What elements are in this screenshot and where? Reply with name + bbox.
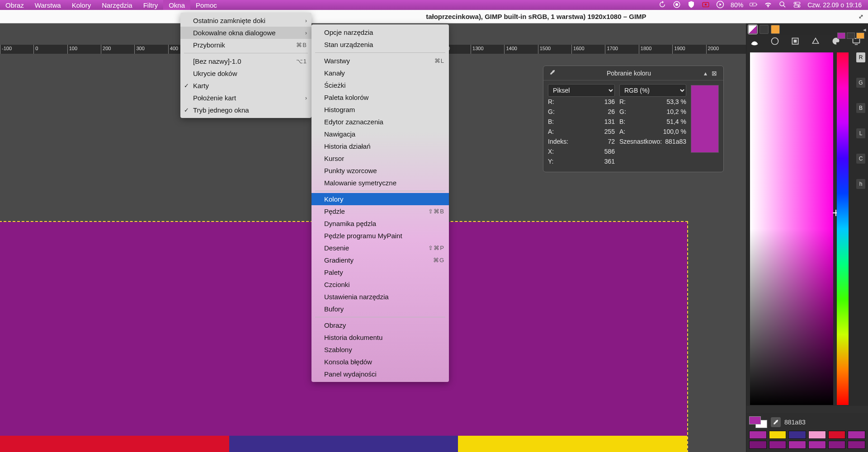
window-titlebar: *[Bez nazwy]-1.0 ( tałoprzecinkowa), GIM… xyxy=(0,10,868,24)
menu2-item[interactable]: Histogram xyxy=(311,104,449,116)
dock-tab-fgbg[interactable] xyxy=(748,25,757,34)
control-center-icon[interactable] xyxy=(793,0,801,10)
dock-tab-2[interactable] xyxy=(760,25,769,34)
dock-corner-tabs xyxy=(837,33,864,39)
recent-swatch[interactable] xyxy=(788,431,806,439)
menu-narzędzia[interactable]: Narzędzia xyxy=(96,0,138,10)
shield-icon[interactable] xyxy=(687,0,695,10)
menu1-item[interactable]: Ukrycie doków xyxy=(180,67,311,80)
menu-filtry[interactable]: Filtry xyxy=(138,0,164,10)
menu-warstwa[interactable]: Warstwa xyxy=(29,0,66,10)
wifi-icon[interactable] xyxy=(764,0,772,10)
ruler-tick: 1600 xyxy=(571,45,605,54)
eyedropper-icon[interactable] xyxy=(548,69,557,77)
channel-G[interactable]: G xyxy=(856,78,865,88)
menu2-item[interactable]: Paleta kolorów xyxy=(311,91,449,104)
menu-pomoc[interactable]: Pomoc xyxy=(190,0,222,10)
menu2-item[interactable]: Obrazy xyxy=(311,319,449,331)
menu2-item[interactable]: Desenie⇧⌘P xyxy=(311,242,449,254)
play-icon[interactable] xyxy=(716,0,724,10)
menu2-item[interactable]: Panel wydajności xyxy=(311,368,449,380)
search-icon[interactable] xyxy=(778,0,787,10)
menu2-item[interactable]: Gradienty⌘G xyxy=(311,254,449,266)
clock-text[interactable]: Czw. 22.09 o 19:16 xyxy=(807,1,862,9)
corner-tab-1[interactable] xyxy=(837,33,845,39)
record-icon[interactable] xyxy=(673,0,681,10)
dock-tab-3[interactable] xyxy=(771,25,780,34)
menu-okna[interactable]: Okna xyxy=(163,0,190,10)
recent-swatch[interactable] xyxy=(808,431,826,439)
corner-tab-2[interactable] xyxy=(847,33,855,39)
recent-swatch[interactable] xyxy=(749,431,767,439)
recent-swatch[interactable] xyxy=(848,431,865,439)
menu2-item[interactable]: Szablony xyxy=(311,344,449,356)
recent-swatch[interactable] xyxy=(828,431,846,439)
color-picker-popover[interactable]: Pobranie koloru ▴ ⊠ Piksel R:136G:26B:13… xyxy=(543,66,724,172)
eyedropper-button[interactable] xyxy=(771,417,781,427)
recent-swatch[interactable] xyxy=(828,441,846,449)
menu1-item[interactable]: ✓Karty xyxy=(180,80,311,92)
saturation-value-box[interactable] xyxy=(750,52,833,405)
recent-swatch[interactable] xyxy=(769,441,787,449)
menu2-item[interactable]: Nawigacja xyxy=(311,128,449,140)
menu2-item[interactable]: Edytor zaznaczenia xyxy=(311,116,449,128)
menu2-item[interactable]: Palety xyxy=(311,266,449,278)
screenshot-icon[interactable] xyxy=(702,0,710,10)
expand-icon[interactable]: ⤢ xyxy=(859,13,863,20)
recent-swatch[interactable] xyxy=(749,441,767,449)
model-triangle-icon[interactable] xyxy=(811,37,820,47)
menu2-item[interactable]: Czcionki xyxy=(311,278,449,291)
ruler-tick: 1500 xyxy=(538,45,571,54)
model-square-icon[interactable] xyxy=(791,37,800,47)
recent-swatch[interactable] xyxy=(848,441,865,449)
svg-point-12 xyxy=(772,38,778,45)
menu2-item[interactable]: Opcje narzędzia xyxy=(311,26,449,38)
channel-C[interactable]: C xyxy=(856,154,865,164)
svg-point-7 xyxy=(780,2,784,6)
recent-swatch[interactable] xyxy=(788,441,806,449)
ruler-tick: 1800 xyxy=(639,45,672,54)
picker-mode-right[interactable]: RGB (%) xyxy=(619,84,686,97)
channel-R[interactable]: R xyxy=(856,52,865,62)
menu2-item[interactable]: Pędzle programu MyPaint xyxy=(311,230,449,242)
corner-tab-3[interactable] xyxy=(856,33,864,39)
menu1-item[interactable]: Położenie kart› xyxy=(180,92,311,104)
menu1-item[interactable]: [Bez nazwy]-1.0⌥1 xyxy=(180,55,311,67)
menu2-item[interactable]: Pędzle⇧⌘B xyxy=(311,205,449,217)
menu2-item[interactable]: Konsola błędów xyxy=(311,356,449,368)
hue-bar[interactable] xyxy=(837,52,849,405)
menu-kolory[interactable]: Kolory xyxy=(66,0,97,10)
model-gimp-icon[interactable] xyxy=(750,37,759,47)
menu2-item[interactable]: Kanały xyxy=(311,67,449,79)
menu2-item[interactable]: Ustawienia narzędzia xyxy=(311,291,449,303)
menu2-item[interactable]: Dynamika pędzla xyxy=(311,217,449,230)
menu1-item[interactable]: ✓Tryb jednego okna xyxy=(180,104,311,116)
hex-value[interactable]: 881a83 xyxy=(784,419,806,426)
chevron-up-icon[interactable]: ▴ xyxy=(701,70,710,77)
menu2-item[interactable]: Warstwy⌘L xyxy=(311,55,449,67)
picker-mode-left[interactable]: Piksel xyxy=(548,84,615,97)
menu2-item[interactable]: Punkty wzorcowe xyxy=(311,165,449,177)
menu1-item[interactable]: Dokowalne okna dialogowe› xyxy=(180,27,311,39)
fgbg-swatch[interactable] xyxy=(749,416,767,428)
sync-icon[interactable] xyxy=(658,0,666,10)
channel-B[interactable]: B xyxy=(856,103,865,113)
recent-swatch[interactable] xyxy=(769,431,787,439)
menu1-item[interactable]: Ostatnio zamknięte doki› xyxy=(180,14,311,27)
menu2-item[interactable]: Kolory xyxy=(311,193,449,205)
menu2-item[interactable]: Stan urządzenia xyxy=(311,38,449,51)
menu1-item[interactable]: Przybornik⌘B xyxy=(180,39,311,51)
menu2-item[interactable]: Malowanie symetryczne xyxy=(311,177,449,189)
close-icon[interactable]: ⊠ xyxy=(710,70,719,77)
recent-swatch[interactable] xyxy=(808,441,826,449)
channel-h[interactable]: h xyxy=(856,179,865,189)
menu-obraz[interactable]: Obraz xyxy=(0,0,29,10)
model-circle-icon[interactable] xyxy=(770,37,779,47)
menu2-item[interactable]: Historia działań xyxy=(311,140,449,152)
channel-L[interactable]: L xyxy=(856,128,865,138)
menu2-item[interactable]: Kursor xyxy=(311,152,449,165)
menu2-item[interactable]: Historia dokumentu xyxy=(311,331,449,344)
dock-menu-icon[interactable]: ◂ xyxy=(863,26,866,33)
menu2-item[interactable]: Ścieżki xyxy=(311,79,449,91)
menu2-item[interactable]: Bufory xyxy=(311,303,449,315)
